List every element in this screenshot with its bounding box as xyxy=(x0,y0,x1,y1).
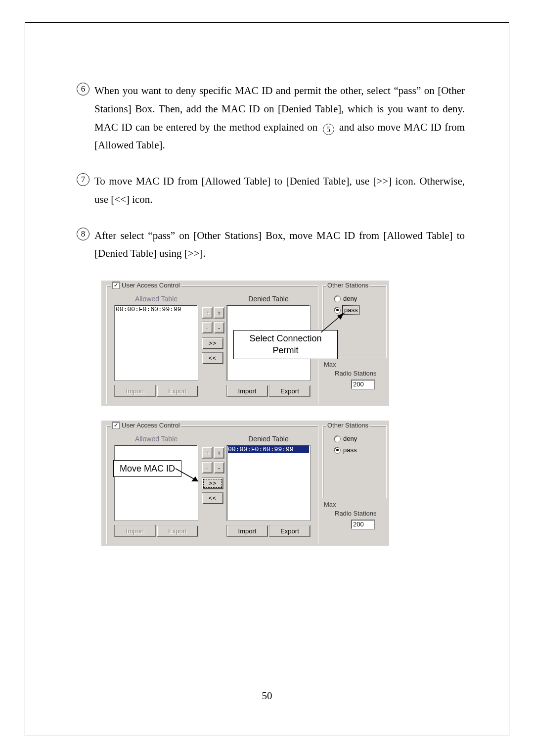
list-item-8: 8 After select “pass” on [Other Stations… xyxy=(77,227,465,263)
max-stations-input[interactable]: 200 xyxy=(351,379,375,389)
denied-remove-button[interactable]: - xyxy=(214,322,224,333)
radio-row-pass[interactable]: pass xyxy=(334,446,357,454)
callout-move-mac-id: Move MAC ID xyxy=(113,460,181,477)
denied-add-button[interactable]: + xyxy=(214,307,224,319)
allowed-export-button: Export xyxy=(157,385,198,397)
callout-line: Move MAC ID xyxy=(120,463,175,474)
denied-import-button[interactable]: Import xyxy=(226,385,268,397)
mac-id-entry[interactable]: 00:00:F0:60:99:99 xyxy=(228,446,309,453)
circled-number: 7 xyxy=(77,173,89,186)
radio-row-deny[interactable]: deny xyxy=(334,435,357,442)
allowed-table-section: Allowed Table Import Export xyxy=(114,435,198,537)
content-area: 6 When you want to deny specific MAC ID … xyxy=(77,82,465,561)
allowed-import-button: Import xyxy=(114,385,156,397)
radio-group: deny pass xyxy=(334,295,358,314)
list-item-6: 6 When you want to deny specific MAC ID … xyxy=(77,82,465,154)
allowed-remove-button: - xyxy=(202,322,213,333)
radio-pass-label: pass xyxy=(343,306,358,314)
max-stations-input[interactable]: 200 xyxy=(351,520,375,529)
callout-line: Permit xyxy=(272,344,298,356)
checkbox-user-access-control[interactable]: ✓ xyxy=(112,282,120,289)
mac-id-entry[interactable]: 00:00:F0:60:99:99 xyxy=(116,306,181,313)
radio-pass-label: pass xyxy=(343,446,356,454)
allowed-table-title: Allowed Table xyxy=(114,295,198,303)
groupbox-user-access-control: ✓ User Access Control Allowed Table Impo… xyxy=(106,425,318,544)
screenshot-1: ✓ User Access Control Allowed Table 00:0… xyxy=(101,281,389,406)
denied-export-button[interactable]: Export xyxy=(269,385,311,397)
groupbox-label: User Access Control xyxy=(122,422,180,429)
center-buttons: + + - - >> << xyxy=(202,447,224,504)
radio-row-deny[interactable]: deny xyxy=(334,295,358,302)
allowed-table-listbox[interactable] xyxy=(114,445,198,521)
allowed-table-listbox[interactable]: 00:00:F0:60:99:99 xyxy=(114,305,198,381)
radio-group: deny pass xyxy=(334,435,357,454)
denied-table-title: Denied Table xyxy=(226,295,311,303)
callout-line: Select Connection xyxy=(249,332,321,344)
radio-deny-label: deny xyxy=(343,435,357,442)
list-item-text: To move MAC ID from [Allowed Table] to [… xyxy=(94,172,465,209)
denied-table-title: Denied Table xyxy=(226,435,311,443)
move-left-button[interactable]: << xyxy=(202,492,223,504)
other-stations-label: Other Stations xyxy=(326,282,370,289)
denied-export-button[interactable]: Export xyxy=(269,525,311,537)
groupbox-label: User Access Control xyxy=(122,282,180,289)
allowed-remove-button: - xyxy=(202,462,213,473)
allowed-import-button: Import xyxy=(114,525,156,537)
screenshot-2: ✓ User Access Control Allowed Table Impo… xyxy=(101,421,389,546)
denied-import-button[interactable]: Import xyxy=(226,525,268,537)
page-number: 50 xyxy=(0,690,534,702)
groupbox-other-stations: Other Stations deny pass xyxy=(322,425,387,498)
denied-table-section: Denied Table 00:00:F0:60:99:99 Import Ex… xyxy=(226,435,311,537)
move-right-button[interactable]: >> xyxy=(202,337,223,349)
center-buttons: + + - - >> << xyxy=(202,307,224,364)
list-item-text: When you want to deny specific MAC ID an… xyxy=(94,82,465,154)
denied-table-listbox[interactable]: 00:00:F0:60:99:99 xyxy=(226,445,311,521)
radio-row-pass[interactable]: pass xyxy=(334,306,358,314)
allowed-add-button: + xyxy=(202,307,213,319)
checkbox-user-access-control[interactable]: ✓ xyxy=(112,422,120,429)
denied-add-button[interactable]: + xyxy=(214,447,224,459)
denied-remove-button[interactable]: - xyxy=(214,462,224,473)
move-right-button[interactable]: >> xyxy=(202,477,223,489)
max-label-line2: Radio Stations xyxy=(335,370,377,377)
other-stations-label: Other Stations xyxy=(326,422,370,429)
radio-deny[interactable] xyxy=(334,295,341,302)
move-left-button[interactable]: << xyxy=(202,352,223,364)
max-label-line1: Max xyxy=(324,501,336,508)
radio-pass[interactable] xyxy=(334,307,341,314)
list-item-text: After select “pass” on [Other Stations] … xyxy=(94,227,465,263)
allowed-table-title: Allowed Table xyxy=(114,435,198,443)
radio-deny-label: deny xyxy=(343,295,357,302)
max-label-line1: Max xyxy=(324,361,336,368)
allowed-add-button: + xyxy=(202,447,213,459)
max-label-line2: Radio Stations xyxy=(335,510,377,517)
list-item-7: 7 To move MAC ID from [Allowed Table] to… xyxy=(77,172,465,209)
circled-number: 8 xyxy=(77,228,89,240)
callout-select-connection-permit: Select Connection Permit xyxy=(233,330,338,359)
inline-circled-ref: 5 xyxy=(323,124,334,135)
allowed-export-button: Export xyxy=(157,525,198,537)
circled-number: 6 xyxy=(77,83,89,95)
allowed-table-section: Allowed Table 00:00:F0:60:99:99 Import E… xyxy=(114,295,198,397)
radio-pass[interactable] xyxy=(334,447,341,454)
radio-deny[interactable] xyxy=(334,435,341,442)
